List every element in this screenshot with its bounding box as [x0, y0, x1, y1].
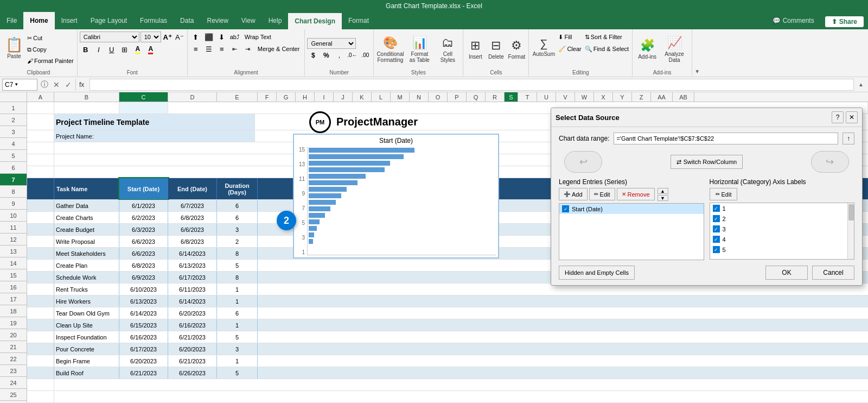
- right-arrow-btn[interactable]: ↪: [811, 151, 849, 173]
- cell-E21[interactable]: 1: [217, 355, 258, 367]
- comments-btn[interactable]: 💬 Comments: [766, 12, 821, 29]
- cell-A8[interactable]: [27, 200, 54, 211]
- comma-btn[interactable]: ,: [333, 50, 345, 61]
- cell-D18[interactable]: 6/16/2023: [168, 319, 217, 331]
- cell-B3[interactable]: Project Name:: [54, 130, 255, 142]
- tab-home[interactable]: Home: [23, 12, 54, 29]
- cell-E14[interactable]: 8: [217, 272, 258, 283]
- cell-B21[interactable]: Begin Frame: [54, 355, 119, 367]
- cell-A14[interactable]: [27, 272, 54, 283]
- cell-A2[interactable]: [27, 114, 54, 130]
- axis-item-4[interactable]: ✓ 4: [710, 234, 854, 244]
- cell-A17[interactable]: [27, 307, 54, 319]
- cell-E8[interactable]: 6: [217, 200, 258, 211]
- bold-btn[interactable]: B: [80, 43, 92, 55]
- font-size-select[interactable]: 10: [141, 32, 161, 42]
- ribbon-expand-btn[interactable]: ▼: [692, 29, 702, 77]
- conditional-formatting-btn[interactable]: 🎨 Conditional Formatting: [376, 32, 404, 67]
- font-color-btn[interactable]: A: [145, 43, 157, 55]
- series-item-start-date[interactable]: ✓ Start (Date): [559, 204, 704, 214]
- cell-D22[interactable]: 6/26/2023: [168, 367, 217, 379]
- cell-A7[interactable]: [27, 178, 54, 199]
- series-checkbox[interactable]: ✓: [562, 205, 569, 212]
- tab-review[interactable]: Review: [200, 12, 234, 29]
- paste-btn[interactable]: 📋 Paste: [2, 30, 26, 65]
- align-right-btn[interactable]: ≡: [216, 43, 228, 54]
- formula-bar-expand-btn[interactable]: ▲: [856, 79, 866, 91]
- function-name-btn[interactable]: ⓘ: [40, 79, 49, 91]
- cell-E7-header[interactable]: Duration (Days): [217, 178, 258, 199]
- cell-C12[interactable]: 6/6/2023: [119, 248, 168, 259]
- fill-btn[interactable]: ⬇ Fill: [557, 32, 582, 42]
- cell-B8[interactable]: Gather Data: [54, 200, 119, 211]
- tab-chart-design[interactable]: Chart Design: [288, 12, 342, 29]
- formula-input[interactable]: [90, 79, 854, 91]
- cell-D17[interactable]: 6/20/2023: [168, 307, 217, 319]
- cell-B9[interactable]: Create Charts: [54, 212, 119, 223]
- cell-C10[interactable]: 6/3/2023: [119, 224, 168, 235]
- cell-B19[interactable]: Inspect Foundation: [54, 331, 119, 343]
- format-painter-btn[interactable]: 🖌 Format Painter: [26, 55, 75, 66]
- wrap-text-btn[interactable]: Wrap Text: [242, 32, 274, 42]
- number-format-select[interactable]: General: [307, 38, 356, 49]
- cell-D10[interactable]: 6/6/2023: [168, 224, 217, 235]
- insert-function-btn[interactable]: fx: [75, 79, 87, 91]
- cell-B20[interactable]: Pour Concrete: [54, 343, 119, 355]
- cell-styles-btn[interactable]: 🗂 Cell Styles: [435, 32, 461, 67]
- border-btn[interactable]: ⊞: [119, 43, 131, 55]
- cell-A20[interactable]: [27, 343, 54, 355]
- cell-C15[interactable]: 6/10/2023: [119, 284, 168, 295]
- cell-A22[interactable]: [27, 367, 54, 379]
- data-range-input[interactable]: [614, 133, 838, 144]
- cell-D11[interactable]: 6/8/2023: [168, 236, 217, 247]
- axis-item-2[interactable]: ✓ 2: [710, 213, 854, 224]
- cell-B22[interactable]: Build Roof: [54, 367, 119, 379]
- cell-B11[interactable]: Write Proposal: [54, 236, 119, 247]
- cancel-btn[interactable]: Cancel: [812, 266, 854, 280]
- cell-B12[interactable]: Meet Stakeholders: [54, 248, 119, 259]
- cell-E15[interactable]: 1: [217, 284, 258, 295]
- cell-D9[interactable]: 6/8/2023: [168, 212, 217, 223]
- cell-D20[interactable]: 6/20/2023: [168, 343, 217, 355]
- align-top-btn[interactable]: ⬆: [190, 32, 202, 42]
- cell-D14[interactable]: 6/17/2023: [168, 272, 217, 283]
- edit-series-btn[interactable]: ✏ Edit: [589, 188, 615, 200]
- grid-body[interactable]: Project Timeline Template PM ProjectMana…: [27, 102, 868, 403]
- tab-insert[interactable]: Insert: [55, 12, 84, 29]
- cell-B14[interactable]: Schedule Work: [54, 272, 119, 283]
- cell-A9[interactable]: [27, 212, 54, 223]
- cell-D16[interactable]: 6/14/2023: [168, 295, 217, 307]
- cell-C14[interactable]: 6/9/2023: [119, 272, 168, 283]
- cell-C18[interactable]: 6/15/2023: [119, 319, 168, 331]
- cell-E9[interactable]: 6: [217, 212, 258, 223]
- underline-btn[interactable]: U: [106, 43, 118, 55]
- cut-btn[interactable]: ✂ Cut: [26, 33, 75, 43]
- cell-C16[interactable]: 6/13/2023: [119, 295, 168, 307]
- align-bottom-btn[interactable]: ⬇: [216, 32, 228, 42]
- analyze-data-btn[interactable]: 📈 Analyze Data: [662, 32, 687, 67]
- cell-A3[interactable]: [27, 130, 54, 142]
- cell-D7-header[interactable]: End (Date): [168, 178, 217, 199]
- cell-C9[interactable]: 6/2/2023: [119, 212, 168, 223]
- ok-btn[interactable]: OK: [765, 266, 808, 280]
- add-series-btn[interactable]: ➕ Add: [559, 188, 588, 200]
- hidden-empty-cells-btn[interactable]: Hidden and Empty Cells: [559, 266, 635, 280]
- align-center-btn[interactable]: ☰: [203, 43, 215, 54]
- tab-help[interactable]: Help: [262, 12, 289, 29]
- cell-B7-header[interactable]: Task Name: [54, 178, 119, 199]
- cell-A21[interactable]: [27, 355, 54, 367]
- format-btn[interactable]: ⚙ Format: [507, 32, 526, 67]
- merge-center-btn[interactable]: Merge & Center: [255, 43, 303, 54]
- cell-B2[interactable]: Project Timeline Template: [54, 114, 255, 130]
- align-middle-btn[interactable]: ⬛: [203, 32, 215, 42]
- cell-E13[interactable]: 5: [217, 260, 258, 271]
- share-btn[interactable]: ⬆ Share: [825, 16, 864, 27]
- dialog-close-btn[interactable]: ✕: [846, 111, 858, 123]
- axis-item-5[interactable]: ✓ 5: [710, 244, 854, 255]
- cell-A12[interactable]: [27, 248, 54, 259]
- cell-A13[interactable]: [27, 260, 54, 271]
- cell-D12[interactable]: 6/14/2023: [168, 248, 217, 259]
- increase-decimal-btn[interactable]: .00: [359, 50, 371, 61]
- axis-item-1[interactable]: ✓ 1: [710, 203, 854, 213]
- percent-btn[interactable]: %: [320, 50, 332, 61]
